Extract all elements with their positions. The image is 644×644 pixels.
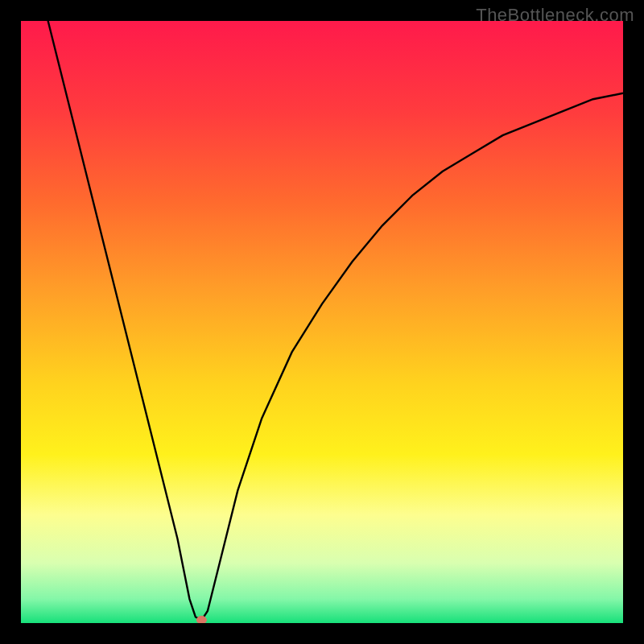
gradient-background (21, 21, 623, 623)
minimum-point-marker (196, 616, 206, 623)
plot-svg (21, 21, 623, 623)
watermark-text: TheBottleneck.com (476, 5, 634, 26)
plot-area (21, 21, 623, 623)
chart-container: TheBottleneck.com (0, 0, 644, 644)
